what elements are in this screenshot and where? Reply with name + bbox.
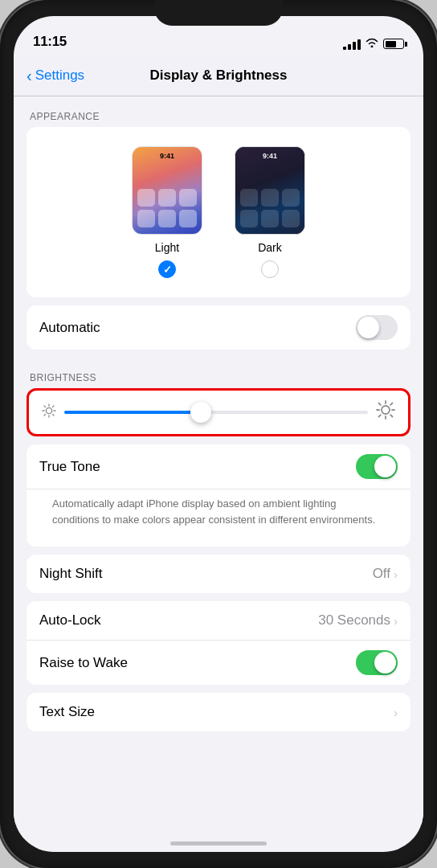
brightness-slider-fill: [64, 411, 201, 414]
back-button[interactable]: ‹ Settings: [27, 68, 84, 84]
night-shift-chevron-icon: ›: [394, 567, 398, 581]
auto-lock-value-text: 30 Seconds: [318, 612, 390, 628]
night-shift-row[interactable]: Night Shift Off ›: [27, 555, 410, 593]
light-preview: 9:41: [132, 146, 202, 235]
screen: 11:15: [14, 16, 423, 852]
appearance-card: 9:41 Light ✓: [27, 127, 410, 297]
brightness-slider-card: [27, 388, 410, 436]
svg-line-8: [44, 414, 46, 416]
true-tone-row: True Tone: [27, 444, 410, 489]
night-shift-card: Night Shift Off ›: [27, 555, 410, 593]
auto-lock-row[interactable]: Auto-Lock 30 Seconds ›: [27, 601, 410, 640]
brightness-slider-thumb: [190, 402, 211, 423]
content-scroll[interactable]: APPEARANCE 9:41: [14, 96, 423, 825]
raise-to-wake-toggle[interactable]: [356, 650, 398, 675]
nav-bar: ‹ Settings Display & Brightness: [14, 55, 423, 96]
wifi-icon: [366, 38, 378, 50]
phone-frame: 11:15: [0, 0, 437, 868]
back-label: Settings: [35, 68, 84, 84]
night-shift-label: Night Shift: [39, 566, 102, 582]
true-tone-toggle[interactable]: [356, 454, 398, 479]
battery-icon: [383, 39, 404, 49]
dark-label: Dark: [258, 241, 282, 254]
true-tone-description: Automatically adapt iPhone display based…: [39, 489, 398, 537]
automatic-card: Automatic: [27, 305, 410, 350]
preview-time-light: 9:41: [160, 152, 174, 160]
status-time: 11:15: [33, 34, 67, 50]
appearance-option-dark[interactable]: 9:41 Dark: [235, 146, 305, 278]
svg-point-0: [46, 407, 51, 413]
appearance-section-header: APPEARANCE: [14, 96, 423, 127]
appearance-option-light[interactable]: 9:41 Light ✓: [132, 146, 202, 278]
svg-line-14: [379, 403, 381, 405]
home-indicator: [14, 825, 423, 852]
light-label: Light: [155, 241, 179, 254]
svg-line-7: [53, 405, 55, 407]
true-tone-toggle-knob: [374, 456, 396, 477]
svg-line-16: [390, 403, 392, 405]
dark-preview: 9:41: [235, 146, 305, 235]
night-shift-value-text: Off: [373, 566, 390, 582]
notch: [154, 0, 283, 26]
lock-wake-card: Auto-Lock 30 Seconds › Raise to Wake: [27, 601, 410, 685]
brightness-section-header: BRIGHTNESS: [14, 358, 423, 388]
true-tone-card: True Tone Automatically adapt iPhone dis…: [27, 444, 410, 547]
back-chevron-icon: ‹: [27, 68, 32, 84]
automatic-label: Automatic: [39, 320, 100, 336]
nav-title: Display & Brightness: [150, 68, 288, 84]
text-size-label: Text Size: [39, 704, 95, 720]
raise-to-wake-row: Raise to Wake: [27, 640, 410, 685]
text-size-card: Text Size ›: [27, 693, 410, 731]
raise-to-wake-label: Raise to Wake: [39, 655, 128, 671]
raise-to-wake-toggle-knob: [374, 652, 396, 674]
text-size-chevron-icon: ›: [394, 706, 398, 719]
night-shift-value: Off ›: [373, 566, 398, 582]
svg-line-15: [390, 415, 392, 416]
preview-time-dark: 9:41: [263, 152, 277, 160]
svg-line-6: [53, 414, 55, 416]
status-icons: [343, 38, 404, 50]
signal-bars-icon: [343, 39, 361, 50]
appearance-options: 9:41 Light ✓: [39, 140, 398, 285]
automatic-toggle[interactable]: [356, 315, 398, 340]
svg-point-9: [382, 406, 390, 414]
auto-lock-label: Auto-Lock: [39, 612, 101, 628]
check-icon: ✓: [163, 264, 172, 276]
dark-radio[interactable]: [261, 260, 279, 278]
text-size-value: ›: [394, 706, 398, 719]
svg-line-5: [44, 405, 46, 407]
home-bar: [170, 841, 267, 845]
slider-row: [42, 400, 395, 424]
automatic-toggle-knob: [357, 317, 379, 338]
sun-large-icon: [376, 400, 395, 424]
svg-line-17: [379, 415, 381, 416]
automatic-row: Automatic: [27, 305, 410, 350]
light-radio[interactable]: ✓: [158, 260, 176, 278]
brightness-slider-track[interactable]: [64, 411, 368, 414]
sun-small-icon: [42, 403, 56, 422]
auto-lock-value: 30 Seconds ›: [318, 612, 398, 628]
auto-lock-chevron-icon: ›: [394, 614, 398, 628]
text-size-row[interactable]: Text Size ›: [27, 693, 410, 731]
true-tone-label: True Tone: [39, 459, 100, 475]
